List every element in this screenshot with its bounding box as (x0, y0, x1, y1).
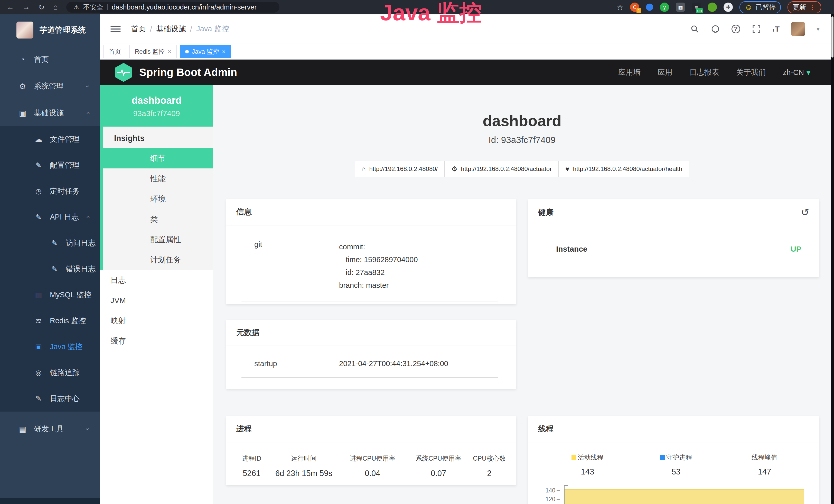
smiley-icon: ☺ (745, 3, 752, 12)
sba-item-metrics[interactable]: 性能 (103, 168, 213, 189)
health-url-button[interactable]: ♥ http://192.168.0.2:48080/actuator/heal… (558, 161, 689, 177)
home-nav-icon[interactable]: ⌂ (53, 3, 58, 11)
sba-item-mappings[interactable]: 映射 (100, 311, 213, 331)
gear-icon: ⚙ (17, 82, 28, 91)
extension-pin-icon[interactable] (646, 4, 653, 11)
legend-blue-icon (660, 455, 665, 460)
browser-menu-icon[interactable]: ⋮ (809, 3, 816, 11)
collapse-sidebar-icon[interactable] (110, 24, 121, 34)
address-bar[interactable]: ⚠ 不安全 dashboard.yudao.iocoder.cn/infra/a… (66, 2, 280, 13)
sidebar-item-label: 基础设施 (34, 108, 64, 118)
sidebar-item-java-active[interactable]: ▣ Java 监控 (0, 334, 100, 360)
extension-list-icon[interactable]: ≡ on (692, 3, 701, 12)
breadcrumb-infra[interactable]: 基础设施 (156, 24, 186, 34)
help-icon[interactable]: ? (731, 24, 741, 33)
sidebar-item-job[interactable]: ◷ 定时任务 (0, 178, 100, 204)
sba-nav-journal[interactable]: 日志报表 (689, 67, 719, 77)
breadcrumb-home[interactable]: 首页 (131, 24, 146, 34)
git-id-line: id: 27aa832 (339, 266, 418, 279)
main-content: dashboard Id: 93a3fc7f7409 ⌂ http://192.… (213, 85, 831, 504)
sba-nav-wallboard[interactable]: 应用墙 (618, 67, 641, 77)
sidebar-item-label: 错误日志 (66, 264, 95, 274)
sba-brand[interactable]: Spring Boot Admin (139, 66, 237, 78)
sba-item-caches[interactable]: 缓存 (100, 331, 213, 351)
tab-home[interactable]: 首页 (103, 45, 126, 58)
search-icon[interactable] (690, 24, 699, 33)
close-icon[interactable]: × (222, 48, 225, 55)
reload-icon[interactable]: ↻ (39, 3, 44, 12)
close-icon[interactable]: × (168, 48, 171, 55)
forward-icon[interactable]: → (23, 3, 30, 11)
sidebar-item-home[interactable]: ◔ 首页 (0, 46, 100, 73)
chevron-down-icon: › (84, 428, 92, 430)
sba-item-scheduled-tasks[interactable]: 计划任务 (103, 250, 213, 270)
sba-nav-about[interactable]: 关于我们 (736, 67, 766, 77)
health-url-label: http://192.168.0.2:48080/actuator/health (573, 165, 682, 173)
chevron-up-icon: › (84, 216, 92, 218)
metadata-row-label: startup (254, 360, 339, 368)
home-icon: ⌂ (361, 165, 366, 173)
sidebar-item-file[interactable]: ☁ 文件管理 (0, 126, 100, 152)
fullscreen-icon[interactable] (752, 24, 761, 33)
info-card-title: 信息 (226, 199, 516, 225)
window-scrollbar[interactable] (831, 15, 834, 504)
extension-leaf-icon[interactable] (708, 3, 717, 12)
sidebar-item-api-log[interactable]: ✎ API 日志 › (0, 204, 100, 230)
sidebar-item-label: 日志中心 (50, 394, 80, 404)
chevron-down-icon: › (84, 85, 92, 88)
y-axis-tick: 120 (528, 496, 560, 503)
github-icon[interactable] (711, 24, 720, 33)
paused-badge[interactable]: ☺ 已暂停 (740, 1, 781, 13)
sidebar-item-log-center[interactable]: ✎ 日志中心 (0, 386, 100, 412)
extensions-puzzle-icon[interactable]: ✚ (724, 3, 733, 12)
sba-item-details-active[interactable]: 细节 (103, 148, 213, 168)
service-url-button[interactable]: ⌂ http://192.168.0.2:48080/ (355, 161, 445, 177)
page-title: dashboard (213, 112, 831, 130)
sba-item-environment[interactable]: 环境 (103, 189, 213, 209)
extension-grid-icon[interactable]: ▦ (676, 3, 685, 12)
heart-icon: ♥ (565, 165, 569, 173)
threads-card: 线程 活动线程 143 守护进程 53 线程峰值 147 140 120 100 (528, 416, 819, 504)
update-button[interactable]: 更新 ⋮ (788, 1, 821, 13)
sidebar-item-mysql[interactable]: ▦ MySQL 监控 (0, 282, 100, 308)
instance-header[interactable]: dashboard 93a3fc7f7409 (100, 85, 213, 127)
sidebar-item-error-log[interactable]: ✎ 错误日志 (0, 256, 100, 282)
bookmark-star-icon[interactable]: ☆ (616, 3, 623, 12)
cloud-upload-icon: ☁ (33, 135, 44, 143)
user-avatar[interactable] (791, 22, 805, 36)
chevron-down-icon: ▾ (807, 68, 810, 77)
avatar-caret-icon[interactable]: ▾ (816, 25, 820, 32)
sba-item-config-props[interactable]: 配置属性 (103, 229, 213, 250)
sidebar-item-label: Redis 监控 (50, 316, 86, 326)
font-size-icon[interactable]: тT (772, 25, 780, 33)
sba-item-classes[interactable]: 类 (103, 209, 213, 229)
metadata-row-value: 2021-04-27T00:44:31.254+08:00 (339, 360, 448, 368)
history-icon[interactable]: ↺ (801, 207, 809, 218)
sba-logo-icon[interactable] (115, 63, 132, 82)
sidebar-item-trace[interactable]: ◎ 链路追踪 (0, 360, 100, 386)
actuator-url-button[interactable]: ⚙ http://192.168.0.2:48080/actuator (444, 161, 559, 177)
sba-item-jvm[interactable]: JVM (100, 290, 213, 311)
sidebar-item-infra[interactable]: ▣ 基础设施 › (0, 100, 100, 126)
sba-item-logs[interactable]: 日志 (100, 270, 213, 290)
extension-1-icon[interactable]: C 1 (630, 3, 639, 12)
extension-y-icon[interactable]: y (660, 3, 669, 12)
sidebar-item-dev-tools[interactable]: ▤ 研发工具 › (0, 416, 100, 442)
sidebar-item-label: 文件管理 (50, 134, 80, 144)
tab-redis[interactable]: Redis 监控 × (129, 45, 177, 58)
log-edit-icon: ✎ (33, 394, 44, 403)
sba-nav-applications[interactable]: 应用 (658, 67, 673, 77)
process-col-process-cpu: 进程CPU使用率 0.04 (338, 454, 407, 478)
tab-java-active[interactable]: Java 监控 × (180, 45, 231, 58)
url-text: dashboard.yudao.iocoder.cn/infra/admin-s… (112, 3, 257, 11)
scrollbar-thumb[interactable] (831, 17, 833, 58)
sidebar-item-redis[interactable]: ≋ Redis 监控 (0, 308, 100, 334)
sidebar-item-config[interactable]: ✎ 配置管理 (0, 152, 100, 178)
sidebar-item-system[interactable]: ⚙ 系统管理 › (0, 73, 100, 100)
sidebar-item-label: Java 监控 (50, 342, 83, 352)
row-divider (543, 263, 802, 263)
app-logo-row[interactable]: 芋道管理系统 (0, 15, 100, 39)
sidebar-item-access-log[interactable]: ✎ 访问日志 (0, 230, 100, 256)
back-icon[interactable]: ← (7, 3, 14, 11)
sba-locale-select[interactable]: zh-CN ▾ (783, 68, 810, 77)
